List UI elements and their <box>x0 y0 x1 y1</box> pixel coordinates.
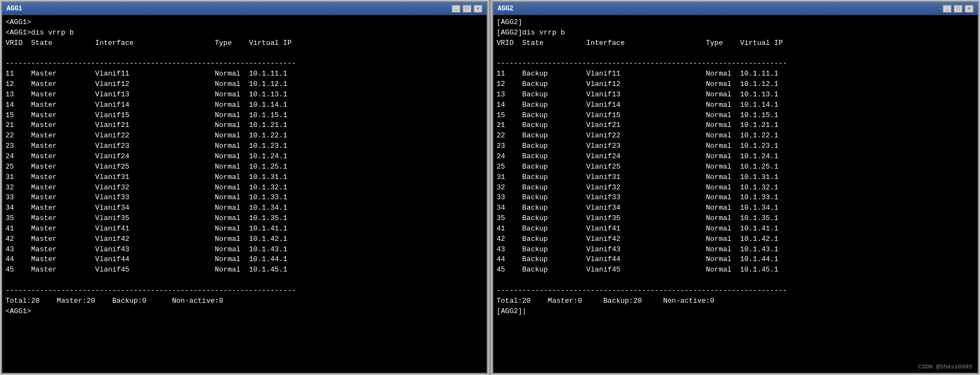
agg2-title-bar: AGG2 _ □ ✕ <box>493 2 978 15</box>
agg2-controls: _ □ ✕ <box>943 5 973 13</box>
agg1-window[interactable]: AGG1 _ □ ✕ <AGG1> <AGG1>dis vrrp b VRID … <box>1 1 488 374</box>
agg1-controls: _ □ ✕ <box>452 5 482 13</box>
agg1-title: AGG1 <box>7 5 22 13</box>
agg2-minimize-button[interactable]: _ <box>943 5 952 13</box>
agg1-close-button[interactable]: ✕ <box>474 5 482 13</box>
agg2-close-button[interactable]: ✕ <box>965 5 973 13</box>
agg1-minimize-button[interactable]: _ <box>452 5 460 13</box>
agg2-window[interactable]: AGG2 _ □ ✕ [AGG2] [AGG2]dis vrrp b VRID … <box>492 1 979 374</box>
agg2-terminal-content: [AGG2] [AGG2]dis vrrp b VRID State Inter… <box>493 15 978 373</box>
agg1-maximize-button[interactable]: □ <box>463 5 471 13</box>
agg1-title-bar: AGG1 _ □ ✕ <box>2 2 487 15</box>
watermark-label: CSDN @Shass0995 <box>916 363 975 371</box>
agg2-title: AGG2 <box>498 5 514 13</box>
window-divider <box>489 0 491 375</box>
agg1-terminal-content: <AGG1> <AGG1>dis vrrp b VRID State Inter… <box>2 15 487 373</box>
agg2-maximize-button[interactable]: □ <box>954 5 962 13</box>
